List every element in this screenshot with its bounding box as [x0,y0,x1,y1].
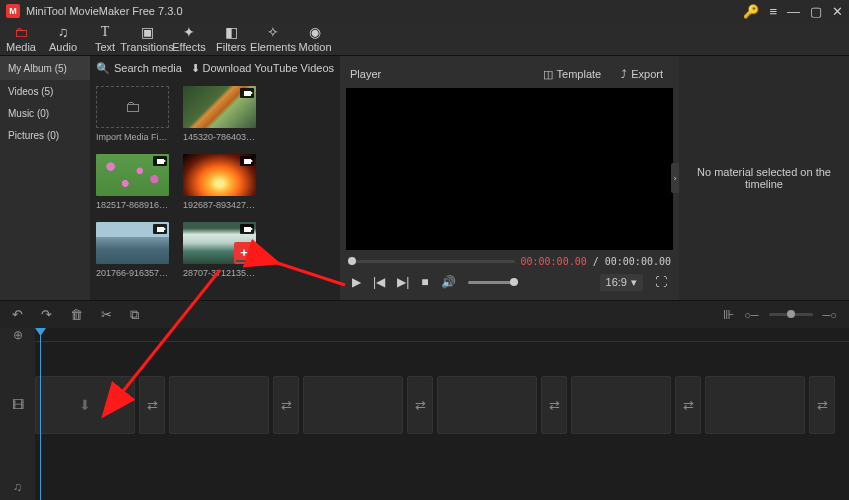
collapse-handle[interactable]: › [671,163,679,193]
motion-icon: ◉ [309,25,321,39]
chevron-down-icon: ▾ [631,276,637,289]
prev-frame-button[interactable]: |◀ [373,275,385,289]
zoom-out-button[interactable]: ○─ [744,309,758,321]
add-track-button[interactable]: ⊕ [0,328,35,342]
download-youtube[interactable]: ⬇Download YouTube Videos [191,62,335,75]
app-logo: M [6,4,20,18]
transition-slot[interactable]: ⇄ [675,376,701,434]
transition-icon: ⇄ [415,398,426,413]
transition-slot[interactable]: ⇄ [139,376,165,434]
timeline-slot[interactable] [169,376,269,434]
playhead[interactable] [40,328,41,500]
split-button[interactable]: ✂ [101,307,112,322]
elements-icon: ✧ [267,25,279,39]
volume-slider[interactable] [468,281,518,284]
player-viewport[interactable] [346,88,673,250]
template-icon: ◫ [543,68,553,81]
add-highlight: + [234,242,256,264]
folder-icon: 🗀 [125,98,141,116]
tool-media[interactable]: 🗀Media [0,22,42,56]
video-badge-icon [153,156,167,166]
aspect-ratio-select[interactable]: 16:9▾ [600,274,643,291]
time-current: 00:00:00.00 [521,256,587,267]
minimize-icon[interactable]: — [787,5,800,18]
key-icon[interactable]: 🔑 [743,5,759,18]
zoom-slider[interactable] [769,313,813,316]
tool-transitions[interactable]: ▣Transitions [126,22,168,56]
delete-button[interactable]: 🗑 [70,307,83,322]
transitions-icon: ▣ [141,25,154,39]
timeline[interactable]: ⊕ 🎞 ♫ ⬇ ⇄ ⇄ ⇄ ⇄ ⇄ ⇄ [0,328,849,500]
audio-icon: ♫ [58,25,69,39]
fullscreen-button[interactable]: ⛶ [655,275,667,289]
inspector-panel: › No material selected on the timeline [679,56,849,300]
zoom-in-button[interactable]: ─○ [823,309,837,321]
scrubber[interactable] [348,260,515,263]
tool-effects[interactable]: ✦Effects [168,22,210,56]
sidebar-item-videos[interactable]: Videos (5) [0,80,90,102]
time-total: 00:00:00.00 [605,256,671,267]
sidebar: My Album (5) Videos (5) Music (0) Pictur… [0,56,90,300]
tool-filters[interactable]: ◧Filters [210,22,252,56]
transition-slot[interactable]: ⇄ [273,376,299,434]
timeline-ruler[interactable] [35,328,849,342]
filters-icon: ◧ [225,25,238,39]
transition-slot[interactable]: ⇄ [407,376,433,434]
transition-icon: ⇄ [683,398,694,413]
media-item[interactable]: + 28707-371213524_t... [183,222,256,278]
sidebar-item-pictures[interactable]: Pictures (0) [0,124,90,146]
download-icon: ⬇ [191,62,200,75]
folder-icon: 🗀 [14,25,28,39]
transition-slot[interactable]: ⇄ [541,376,567,434]
template-button[interactable]: ◫Template [537,65,608,84]
player-title: Player [350,68,381,80]
text-icon: T [101,25,110,39]
media-grid: 🗀 Import Media Files 145320-786403437...… [90,80,340,284]
volume-icon[interactable]: 🔊 [441,275,456,289]
transition-icon: ⇄ [281,398,292,413]
search-input[interactable]: 🔍Search media [96,62,185,75]
timeline-slot[interactable] [571,376,671,434]
video-track-icon: 🎞 [0,376,35,434]
menu-icon[interactable]: ≡ [769,5,777,18]
speed-icon[interactable]: ⊪ [723,307,734,322]
tool-elements[interactable]: ✧Elements [252,22,294,56]
add-to-timeline-button[interactable]: + [236,244,252,260]
transition-slot[interactable]: ⇄ [809,376,835,434]
video-badge-icon [153,224,167,234]
inspector-message: No material selected on the timeline [687,166,841,190]
video-badge-icon [240,156,254,166]
media-item[interactable]: 182517-868916307... [96,154,169,210]
close-icon[interactable]: ✕ [832,5,843,18]
titlebar: M MiniTool MovieMaker Free 7.3.0 🔑 ≡ — ▢… [0,0,849,22]
maximize-icon[interactable]: ▢ [810,5,822,18]
import-cell[interactable]: 🗀 Import Media Files [96,86,169,142]
crop-button[interactable]: ⧉ [130,307,139,323]
undo-button[interactable]: ↶ [12,307,23,322]
player-panel: Player ◫Template ⤴Export 00:00:00.00 / 0… [340,56,679,300]
timeline-slot[interactable] [437,376,537,434]
timeline-slot[interactable] [705,376,805,434]
media-item[interactable]: 192687-893427276... [183,154,256,210]
media-item[interactable]: 201766-916357972... [96,222,169,278]
sidebar-header[interactable]: My Album (5) [0,56,90,80]
drop-icon: ⬇ [79,397,91,413]
video-track[interactable]: ⬇ ⇄ ⇄ ⇄ ⇄ ⇄ ⇄ [35,376,849,434]
tool-motion[interactable]: ◉Motion [294,22,336,56]
timeline-slot[interactable] [303,376,403,434]
export-icon: ⤴ [621,68,627,80]
video-badge-icon [240,224,254,234]
timeline-slot[interactable]: ⬇ [35,376,135,434]
transition-icon: ⇄ [549,398,560,413]
toolbar: 🗀Media ♫Audio TText ▣Transitions ✦Effect… [0,22,849,56]
tool-audio[interactable]: ♫Audio [42,22,84,56]
effects-icon: ✦ [183,25,195,39]
next-frame-button[interactable]: ▶| [397,275,409,289]
transition-icon: ⇄ [817,398,828,413]
export-button[interactable]: ⤴Export [615,65,669,84]
stop-button[interactable]: ■ [421,275,428,289]
sidebar-item-music[interactable]: Music (0) [0,102,90,124]
play-button[interactable]: ▶ [352,275,361,289]
media-item[interactable]: 145320-786403437... [183,86,256,142]
redo-button[interactable]: ↷ [41,307,52,322]
